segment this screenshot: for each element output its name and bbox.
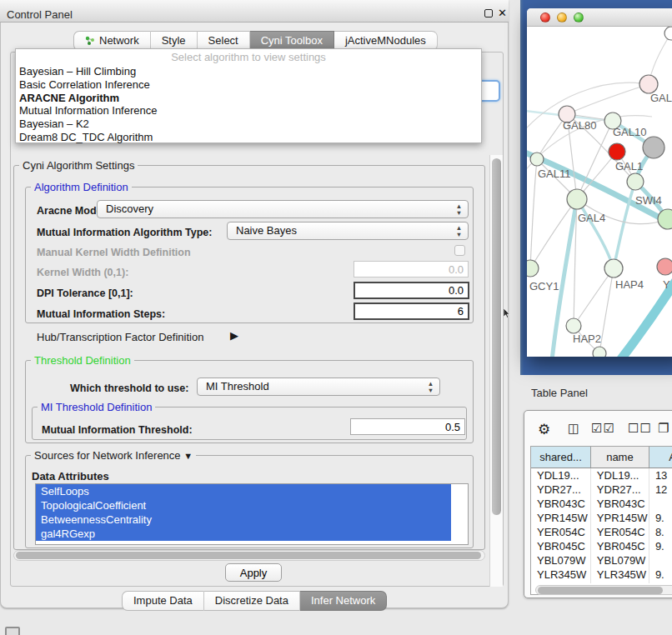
deselect-rows-icon[interactable]: ☐☐ <box>628 421 652 436</box>
columns-icon[interactable]: ◫ <box>568 421 580 436</box>
table-panel-title: Table Panel <box>531 387 588 399</box>
table-row[interactable]: YER054CYER054C8. <box>531 525 672 539</box>
table-row[interactable]: YDR27...YDR27...12 <box>531 482 672 497</box>
network-node-hap4[interactable] <box>604 259 623 278</box>
table-cell: YLR345W <box>531 568 591 582</box>
node-table: shared...nameA YDL19...YDL19...13YDR27..… <box>530 446 672 595</box>
attribute-item-selfloops[interactable]: SelfLoops <box>36 484 451 498</box>
mi-threshold-field[interactable] <box>350 418 465 435</box>
table-row[interactable]: YIL052CYIL052C9. <box>531 582 672 583</box>
apply-button[interactable]: Apply <box>225 563 282 582</box>
table-cell: 13 <box>649 468 672 482</box>
tab-infer-network[interactable]: Infer Network <box>300 591 387 611</box>
table-row[interactable]: YBL079WYBL079W <box>531 553 672 568</box>
minimize-button[interactable] <box>557 12 567 22</box>
tab-impute-data[interactable]: Impute Data <box>122 591 204 611</box>
control-panel-title: Control Panel <box>7 8 73 21</box>
which-threshold-select[interactable]: MI Threshold ▲▼ <box>197 378 440 396</box>
settings-hscrollbar[interactable] <box>13 550 485 561</box>
data-attributes-list: SelfLoopsTopologicalCoefficientBetweenne… <box>35 483 469 545</box>
table-row[interactable]: YDL19...YDL19...13 <box>531 468 672 482</box>
table-row[interactable]: YPR145WYPR145W9. <box>531 511 672 525</box>
mi-steps-field[interactable] <box>354 302 469 320</box>
settings-vscrollbar[interactable] <box>489 155 503 587</box>
settings-hscrollbar-thumb[interactable] <box>16 552 481 559</box>
algorithm-option-bayesian-k2[interactable]: Bayesian – K2 <box>16 118 481 131</box>
table-cell: YPR145W <box>591 511 649 525</box>
zoom-button[interactable] <box>574 12 584 22</box>
aracne-mode-label: Aracne Mode: <box>37 205 106 217</box>
chevron-down-icon[interactable]: ▼ <box>183 451 193 461</box>
network-node-gal[interactable] <box>639 75 658 93</box>
chevron-right-icon[interactable]: ▶ <box>230 329 238 342</box>
network-node-y[interactable] <box>657 258 672 275</box>
table-cell: 9. <box>649 511 672 525</box>
sources-title-text: Sources for Network Inference <box>34 449 181 462</box>
table-hscrollbar-thumb[interactable] <box>538 587 663 594</box>
table-cell: YIL052C <box>531 582 591 583</box>
network-node-label: HAP4 <box>615 278 644 291</box>
network-node-swi4[interactable] <box>658 209 672 229</box>
algorithm-option-bayesian-hill-climbing[interactable]: Bayesian – Hill Climbing <box>16 65 481 78</box>
table-hscrollbar[interactable] <box>535 585 672 595</box>
table-cell: 9. <box>649 539 672 553</box>
export-table-icon[interactable]: ❐ <box>658 421 669 436</box>
table-cell: 9. <box>649 568 672 582</box>
column-header-name[interactable]: name <box>591 447 649 468</box>
network-node[interactable] <box>664 27 672 40</box>
aracne-mode-value: Discovery <box>106 202 153 215</box>
network-canvas[interactable]: GALGAL80GAL10GAL11GAL1SWI4GAL4GCY1HAP4YH… <box>527 27 672 357</box>
network-node-gcy1[interactable] <box>527 260 539 277</box>
table-cell: YBR043C <box>591 497 649 511</box>
network-node[interactable] <box>609 143 625 160</box>
hub-section-label[interactable]: Hub/Transcription Factor Definition <box>37 331 203 343</box>
network-node-label: GAL4 <box>578 212 605 224</box>
tab-discretize-data[interactable]: Discretize Data <box>204 591 300 611</box>
algorithm-option-mutual-information-inference[interactable]: Mutual Information Inference <box>16 104 481 118</box>
table-cell: YBR043C <box>531 497 591 511</box>
table-row[interactable]: YBR043CYBR043C <box>531 497 672 511</box>
stepper-icon: ▲▼ <box>426 381 435 393</box>
select-rows-icon[interactable]: ☑☑ <box>591 421 615 436</box>
network-view-window: GALGAL80GAL10GAL11GAL1SWI4GAL4GCY1HAP4YH… <box>527 8 672 357</box>
algorithm-option-dream8-dc-tdc-algorithm[interactable]: Dream8 DC_TDC Algorithm <box>16 131 481 144</box>
network-node[interactable] <box>643 137 664 158</box>
stepper-icon: ▲▼ <box>454 225 464 238</box>
network-node-gal4[interactable] <box>567 189 587 209</box>
table-row[interactable]: YLR345WYLR345W9. <box>531 568 672 582</box>
kernel-width-field[interactable] <box>354 261 469 278</box>
network-node-label: GCY1 <box>529 280 559 292</box>
mi-type-select[interactable]: Naive Bayes ▲▼ <box>227 222 469 240</box>
attribute-item-topologicalcoefficient[interactable]: TopologicalCoefficient <box>36 498 451 512</box>
close-button[interactable] <box>540 12 550 22</box>
column-header-shared[interactable]: shared... <box>531 447 591 468</box>
network-node-gal11[interactable] <box>530 152 544 166</box>
algorithm-option-aracne-algorithm[interactable]: ARACNE Algorithm <box>16 92 481 105</box>
algorithm-dropdown-items: Bayesian – Hill ClimbingBasic Correlatio… <box>16 65 481 144</box>
minimized-window-icon[interactable] <box>5 627 20 635</box>
column-header-a[interactable]: A <box>649 447 672 468</box>
table-cell: YBL079W <box>531 553 591 568</box>
aracne-mode-select[interactable]: Discovery ▲▼ <box>97 200 469 218</box>
dpi-tolerance-field[interactable] <box>354 282 469 299</box>
network-node-label: GAL80 <box>563 119 596 132</box>
table-cell: 8. <box>649 525 672 539</box>
network-node-hap2[interactable] <box>566 318 581 333</box>
network-node[interactable] <box>593 347 606 357</box>
settings-vscrollbar-thumb[interactable] <box>492 158 501 515</box>
table-row[interactable]: YBR045CYBR045C9. <box>531 539 672 553</box>
kernel-width-label: Kernel Width (0,1): <box>37 267 128 278</box>
gear-icon[interactable]: ⚙ <box>538 421 551 438</box>
tab-label: Network <box>99 34 139 47</box>
sources-group-title: Sources for Network Inference ▼ <box>31 449 196 462</box>
control-panel-titlebar[interactable] <box>0 0 509 22</box>
mi-threshold-label: Mutual Information Threshold: <box>42 424 193 436</box>
close-icon[interactable]: ✕ <box>498 7 507 19</box>
network-node-label: GAL <box>650 92 672 104</box>
algorithm-option-basic-correlation-inference[interactable]: Basic Correlation Inference <box>16 78 481 92</box>
attribute-item-gal4rgexp[interactable]: gal4RGexp <box>36 527 451 541</box>
network-node-gal1[interactable] <box>627 173 644 190</box>
manual-kernel-checkbox[interactable] <box>454 245 465 256</box>
float-icon[interactable] <box>484 9 493 18</box>
attribute-item-betweennesscentrality[interactable]: BetweennessCentrality <box>36 512 451 527</box>
